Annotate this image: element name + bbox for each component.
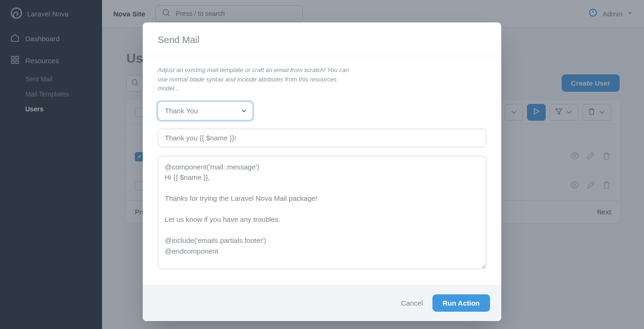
modal-help-text: Adjust an existing mail template or craf…: [158, 66, 354, 93]
cancel-button[interactable]: Cancel: [401, 299, 423, 307]
send-mail-modal: Send Mail Adjust an existing mail templa…: [143, 22, 501, 321]
template-select-wrap: Thank You: [158, 102, 253, 120]
modal-footer: Cancel Run Action: [143, 285, 501, 321]
modal-header: Send Mail: [143, 22, 501, 56]
template-select[interactable]: Thank You: [158, 102, 253, 120]
modal-body: Adjust an existing mail template or craf…: [143, 56, 501, 285]
modal-title: Send Mail: [158, 35, 486, 45]
subject-input[interactable]: [158, 129, 486, 147]
body-textarea[interactable]: [158, 156, 486, 269]
run-action-button[interactable]: Run Action: [432, 294, 490, 312]
